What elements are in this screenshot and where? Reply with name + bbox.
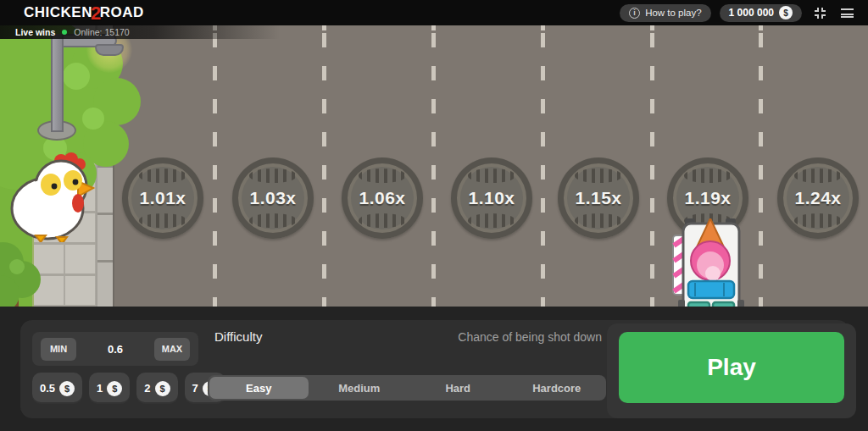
live-wins-label: Live wins <box>15 27 55 37</box>
live-wins-ticker: Live wins Online: 15170 <box>0 25 280 39</box>
quick-bet-row: 0.5 $ 1 $ 2 $ 7 $ <box>32 373 225 404</box>
topbar-right: i How to play? 1 000 000 $ <box>620 3 856 22</box>
fullscreen-icon <box>814 7 826 19</box>
manhole-multiplier-2: 1.03x <box>232 157 314 239</box>
manhole-multiplier-7: 1.24x <box>777 157 859 239</box>
difficulty-label: Difficulty <box>214 329 262 344</box>
logo-text-1: CHICKEN <box>24 4 92 21</box>
quick-bet-label: 0.5 <box>40 382 55 395</box>
lane-divider <box>650 25 654 307</box>
tab-hardcore[interactable]: Hardcore <box>508 375 607 401</box>
balance-display[interactable]: 1 000 000 $ <box>720 4 802 22</box>
logo: CHICKEN 2 ROAD <box>24 2 144 24</box>
online-count: Online: 15170 <box>74 27 129 37</box>
quick-bet-label: 1 <box>97 382 103 395</box>
fullscreen-button[interactable] <box>810 3 829 22</box>
quick-bet-2-button[interactable]: 2 $ <box>136 373 177 404</box>
quick-bet-label: 7 <box>192 382 198 395</box>
multiplier-label: 1.06x <box>359 188 405 208</box>
quick-bet-1-button[interactable]: 1 $ <box>89 373 130 404</box>
bet-value: 0.6 <box>108 343 123 356</box>
lane-divider <box>322 25 326 307</box>
logo-text-3: ROAD <box>100 4 144 21</box>
coin-icon: $ <box>779 6 793 19</box>
chance-label: Chance of being shot down <box>364 330 602 344</box>
hamburger-icon <box>841 8 854 18</box>
chicken-character <box>10 152 98 242</box>
coin-icon: $ <box>59 381 75 396</box>
play-button[interactable]: Play <box>619 332 844 403</box>
manhole-multiplier-5: 1.15x <box>558 157 639 239</box>
lamp-head <box>95 44 124 56</box>
bush <box>0 241 47 307</box>
quick-bet-label: 2 <box>144 382 150 395</box>
difficulty-tabs: Easy Medium Hard Hardcore <box>208 375 606 401</box>
tab-easy[interactable]: Easy <box>209 377 309 399</box>
menu-button[interactable] <box>837 3 856 22</box>
lamp-pole <box>51 34 64 132</box>
multiplier-label: 1.15x <box>575 188 621 208</box>
how-to-play-label: How to play? <box>645 8 701 18</box>
coin-icon: $ <box>107 381 122 396</box>
info-icon: i <box>629 8 640 19</box>
min-bet-button[interactable]: MIN <box>41 338 76 361</box>
multiplier-label: 1.10x <box>468 188 515 208</box>
max-bet-button[interactable]: MAX <box>154 338 190 361</box>
game-area: 1.01x 1.03x 1.06x 1.10x 1.15x 1.19x 1.24… <box>0 25 868 307</box>
lane-divider <box>213 25 217 307</box>
manhole-multiplier-1: 1.01x <box>122 157 203 239</box>
manhole-multiplier-3: 1.06x <box>342 157 423 239</box>
lane-divider <box>759 25 763 307</box>
bet-amount-box: MIN 0.6 MAX <box>32 332 198 366</box>
tab-medium[interactable]: Medium <box>310 375 409 401</box>
multiplier-label: 1.19x <box>684 188 731 208</box>
quick-bet-0.5-button[interactable]: 0.5 $ <box>32 373 82 404</box>
online-status-dot <box>62 30 67 35</box>
coin-icon: $ <box>155 381 170 396</box>
ice-cream-truck <box>671 218 748 307</box>
control-panel: MIN 0.6 MAX 0.5 $ 1 $ 2 $ 7 $ Difficulty… <box>0 307 868 431</box>
multiplier-label: 1.03x <box>249 188 296 208</box>
top-bar: CHICKEN 2 ROAD i How to play? 1 000 000 … <box>0 0 868 25</box>
tab-hard[interactable]: Hard <box>409 375 508 401</box>
balance-value: 1 000 000 <box>729 7 774 19</box>
multiplier-label: 1.01x <box>139 188 186 208</box>
manhole-multiplier-4: 1.10x <box>451 157 532 239</box>
lane-divider <box>541 25 545 307</box>
how-to-play-button[interactable]: i How to play? <box>620 4 710 22</box>
multiplier-label: 1.24x <box>794 188 841 208</box>
logo-text-2: 2 <box>91 3 102 25</box>
lane-divider <box>431 25 436 307</box>
